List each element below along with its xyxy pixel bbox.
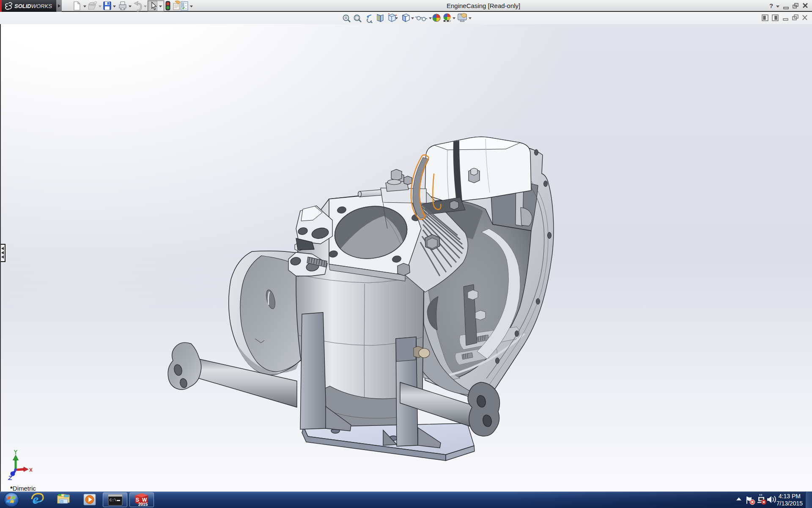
svg-text:2015: 2015 [138,502,148,507]
svg-text:C:\: C:\ [110,498,116,502]
